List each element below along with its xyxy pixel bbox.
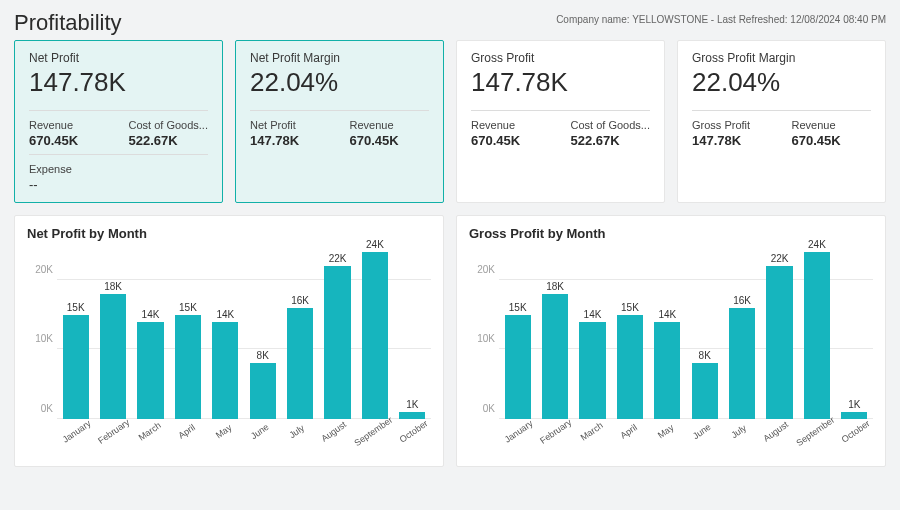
sub-label: Revenue bbox=[792, 119, 872, 131]
sub-value: 522.67K bbox=[571, 133, 651, 148]
data-label: 8K bbox=[699, 350, 711, 361]
kpi-title: Gross Profit bbox=[471, 51, 650, 65]
kpi-value: 147.78K bbox=[29, 67, 208, 98]
y-axis: 0K10K20K bbox=[469, 245, 497, 445]
bars: 15K18K14K15K14K8K16K22K24K1K bbox=[57, 245, 431, 419]
kpi-card-net-profit[interactable]: Net Profit 147.78K Revenue670.45K Cost o… bbox=[14, 40, 223, 203]
bar[interactable] bbox=[542, 294, 568, 419]
kpi-row: Net Profit 147.78K Revenue670.45K Cost o… bbox=[14, 40, 886, 203]
data-label: 15K bbox=[67, 302, 85, 313]
data-label: 14K bbox=[142, 309, 160, 320]
data-label: 18K bbox=[546, 281, 564, 292]
bar-column: 15K bbox=[169, 302, 206, 419]
header: Profitability Company name: YELLOWSTONE … bbox=[14, 10, 886, 36]
sub-value: -- bbox=[29, 177, 208, 192]
bar[interactable] bbox=[617, 315, 643, 419]
y-tick-label: 20K bbox=[35, 263, 53, 274]
dashboard-page: Profitability Company name: YELLOWSTONE … bbox=[0, 0, 900, 510]
bar[interactable] bbox=[692, 363, 718, 419]
bar[interactable] bbox=[654, 322, 680, 419]
bar[interactable] bbox=[579, 322, 605, 419]
bar-column: 16K bbox=[723, 295, 760, 419]
bar-column: 18K bbox=[94, 281, 131, 419]
sub-value: 670.45K bbox=[350, 133, 430, 148]
data-label: 16K bbox=[291, 295, 309, 306]
bar-column: 14K bbox=[649, 309, 686, 419]
bar-column: 15K bbox=[611, 302, 648, 419]
bar[interactable] bbox=[729, 308, 755, 419]
sub-value: 147.78K bbox=[692, 133, 772, 148]
chart-frame: 0K10K20K 15K18K14K15K14K8K16K22K24K1K Ja… bbox=[27, 245, 431, 445]
sub-label: Expense bbox=[29, 163, 208, 175]
bar[interactable] bbox=[63, 315, 89, 419]
kpi-net-group: Net Profit 147.78K Revenue670.45K Cost o… bbox=[14, 40, 444, 203]
refreshed-label: Last Refreshed: bbox=[717, 14, 788, 25]
bar[interactable] bbox=[362, 252, 388, 419]
bars: 15K18K14K15K14K8K16K22K24K1K bbox=[499, 245, 873, 419]
bar-column: 24K bbox=[356, 239, 393, 419]
data-label: 22K bbox=[329, 253, 347, 264]
bar-column: 8K bbox=[244, 350, 281, 419]
sub-label: Revenue bbox=[471, 119, 551, 131]
data-label: 24K bbox=[366, 239, 384, 250]
data-label: 1K bbox=[406, 399, 418, 410]
divider bbox=[29, 154, 208, 155]
data-label: 15K bbox=[621, 302, 639, 313]
chart-frame: 0K10K20K 15K18K14K15K14K8K16K22K24K1K Ja… bbox=[469, 245, 873, 445]
data-label: 8K bbox=[257, 350, 269, 361]
sub-value: 147.78K bbox=[250, 133, 330, 148]
sub-label: Revenue bbox=[350, 119, 430, 131]
bar[interactable] bbox=[766, 266, 792, 419]
bar[interactable] bbox=[841, 412, 867, 419]
bar[interactable] bbox=[399, 412, 425, 419]
y-tick-label: 10K bbox=[477, 333, 495, 344]
kpi-card-net-profit-margin[interactable]: Net Profit Margin 22.04% Net Profit147.7… bbox=[235, 40, 444, 203]
chart-net-profit-by-month[interactable]: Net Profit by Month 0K10K20K 15K18K14K15… bbox=[14, 215, 444, 467]
data-label: 15K bbox=[179, 302, 197, 313]
kpi-title: Gross Profit Margin bbox=[692, 51, 871, 65]
kpi-card-gross-profit[interactable]: Gross Profit 147.78K Revenue670.45K Cost… bbox=[456, 40, 665, 203]
y-tick-label: 10K bbox=[35, 333, 53, 344]
kpi-value: 147.78K bbox=[471, 67, 650, 98]
data-label: 14K bbox=[658, 309, 676, 320]
kpi-value: 22.04% bbox=[250, 67, 429, 98]
y-axis: 0K10K20K bbox=[27, 245, 55, 445]
bar[interactable] bbox=[175, 315, 201, 419]
x-axis: JanuaryFebruaryMarchAprilMayJuneJulyAugu… bbox=[57, 419, 431, 445]
company-name: YELLOWSTONE bbox=[632, 14, 708, 25]
data-label: 14K bbox=[584, 309, 602, 320]
kpi-title: Net Profit bbox=[29, 51, 208, 65]
bar-column: 14K bbox=[574, 309, 611, 419]
plot-area: 15K18K14K15K14K8K16K22K24K1K JanuaryFebr… bbox=[499, 245, 873, 445]
data-label: 1K bbox=[848, 399, 860, 410]
plot-area: 15K18K14K15K14K8K16K22K24K1K JanuaryFebr… bbox=[57, 245, 431, 445]
bar[interactable] bbox=[212, 322, 238, 419]
sub-value: 670.45K bbox=[471, 133, 551, 148]
bar[interactable] bbox=[505, 315, 531, 419]
sub-value: 670.45K bbox=[29, 133, 109, 148]
sub-label: Gross Profit bbox=[692, 119, 772, 131]
data-label: 24K bbox=[808, 239, 826, 250]
bar[interactable] bbox=[137, 322, 163, 419]
bar-column: 18K bbox=[536, 281, 573, 419]
sub-label: Cost of Goods... bbox=[129, 119, 209, 131]
x-tick-label: October bbox=[396, 417, 441, 459]
bar-column: 16K bbox=[281, 295, 318, 419]
bar[interactable] bbox=[324, 266, 350, 419]
divider bbox=[471, 110, 650, 111]
bar[interactable] bbox=[804, 252, 830, 419]
company-label: Company name: bbox=[556, 14, 629, 25]
chart-gross-profit-by-month[interactable]: Gross Profit by Month 0K10K20K 15K18K14K… bbox=[456, 215, 886, 467]
bar[interactable] bbox=[250, 363, 276, 419]
kpi-title: Net Profit Margin bbox=[250, 51, 429, 65]
bar[interactable] bbox=[287, 308, 313, 419]
y-tick-label: 20K bbox=[477, 263, 495, 274]
data-label: 18K bbox=[104, 281, 122, 292]
divider bbox=[250, 110, 429, 111]
kpi-card-gross-profit-margin[interactable]: Gross Profit Margin 22.04% Gross Profit1… bbox=[677, 40, 886, 203]
bar-column: 14K bbox=[207, 309, 244, 419]
bar[interactable] bbox=[100, 294, 126, 419]
kpi-value: 22.04% bbox=[692, 67, 871, 98]
data-label: 22K bbox=[771, 253, 789, 264]
bar-column: 8K bbox=[686, 350, 723, 419]
